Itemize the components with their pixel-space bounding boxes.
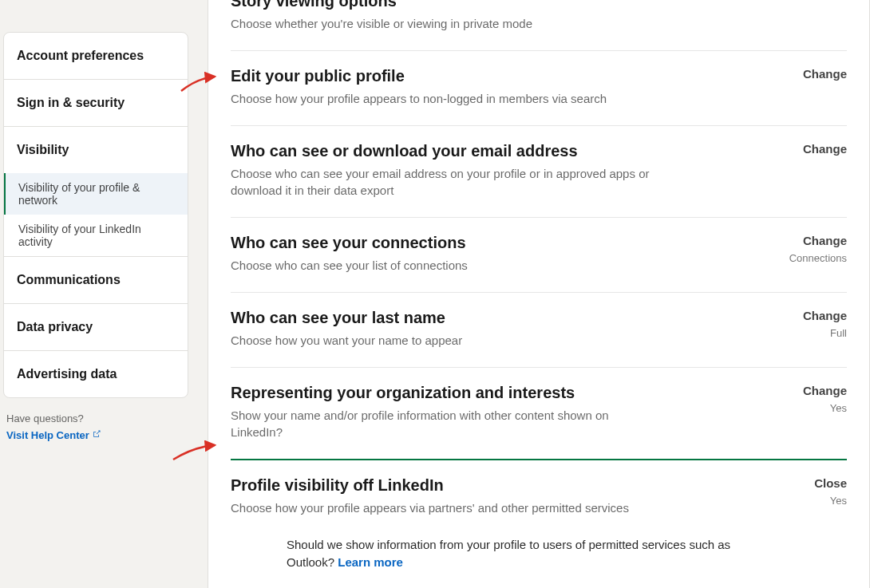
sidebar-sub-visibility-profile-network[interactable]: Visibility of your profile & network [4, 173, 188, 215]
section-title: Representing your organization and inter… [231, 384, 779, 402]
section-desc: Choose whether you're visible or viewing… [231, 15, 823, 33]
section-title: Story viewing options [231, 0, 823, 10]
section-current-value: Yes [814, 495, 847, 507]
section-desc: Choose how you want your name to appear [231, 332, 779, 349]
change-link[interactable]: Change [803, 384, 847, 397]
change-link[interactable]: Change [803, 309, 847, 322]
settings-content: Story viewing options Choose whether you… [208, 0, 870, 588]
section-desc: Choose how your profile appears to non-l… [231, 90, 779, 108]
section-connections-visibility[interactable]: Who can see your connections Choose who … [231, 218, 847, 293]
help-center-link-label: Visit Help Center [6, 429, 89, 441]
section-desc: Choose how your profile appears via part… [231, 499, 790, 517]
help-block: Have questions? Visit Help Center [3, 398, 188, 441]
sidebar-item-sign-in-security[interactable]: Sign in & security [4, 80, 188, 126]
section-title: Who can see your connections [231, 234, 765, 252]
section-title: Who can see your last name [231, 309, 779, 327]
sidebar-item-account-preferences[interactable]: Account preferences [4, 33, 188, 79]
section-current-value: Yes [803, 402, 847, 414]
sidebar-item-communications[interactable]: Communications [4, 257, 188, 303]
section-email-visibility[interactable]: Who can see or download your email addre… [231, 126, 847, 219]
expanded-description-line: Should we show information from your pro… [287, 536, 734, 572]
section-current-value: Full [803, 327, 847, 339]
sidebar-item-visibility[interactable]: Visibility [4, 127, 188, 173]
help-question: Have questions? [6, 412, 185, 424]
close-link[interactable]: Close [814, 476, 847, 490]
section-desc: Choose who can see your email address on… [231, 165, 662, 200]
change-link[interactable]: Change [789, 234, 847, 247]
section-title: Profile visibility off LinkedIn [231, 476, 790, 495]
sidebar-sub-visibility-activity[interactable]: Visibility of your LinkedIn activity [4, 215, 188, 256]
external-link-icon [92, 429, 101, 441]
sidebar-item-data-privacy[interactable]: Data privacy [4, 304, 188, 350]
section-desc: Choose who can see your list of connecti… [231, 257, 765, 274]
change-link[interactable]: Change [803, 67, 847, 81]
help-center-link[interactable]: Visit Help Center [6, 429, 101, 441]
section-last-name-visibility[interactable]: Who can see your last name Choose how yo… [231, 293, 847, 368]
learn-more-link[interactable]: Learn more [338, 555, 403, 569]
section-public-profile[interactable]: Edit your public profile Choose how your… [231, 51, 847, 126]
section-desc: Show your name and/or profile informatio… [231, 407, 646, 442]
section-title: Edit your public profile [231, 67, 779, 85]
settings-sidebar: Account preferences Sign in & security V… [3, 32, 188, 398]
section-organization-interests[interactable]: Representing your organization and inter… [231, 368, 847, 461]
change-link[interactable]: Change [803, 142, 847, 156]
section-off-linkedin-expanded: Should we show information from your pro… [231, 522, 847, 588]
section-current-value: Connections [789, 252, 847, 264]
section-story-viewing: Story viewing options Choose whether you… [231, 0, 847, 51]
section-title: Who can see or download your email addre… [231, 142, 779, 160]
section-off-linkedin[interactable]: Profile visibility off LinkedIn Choose h… [231, 460, 847, 522]
sidebar-item-advertising-data[interactable]: Advertising data [4, 351, 188, 397]
